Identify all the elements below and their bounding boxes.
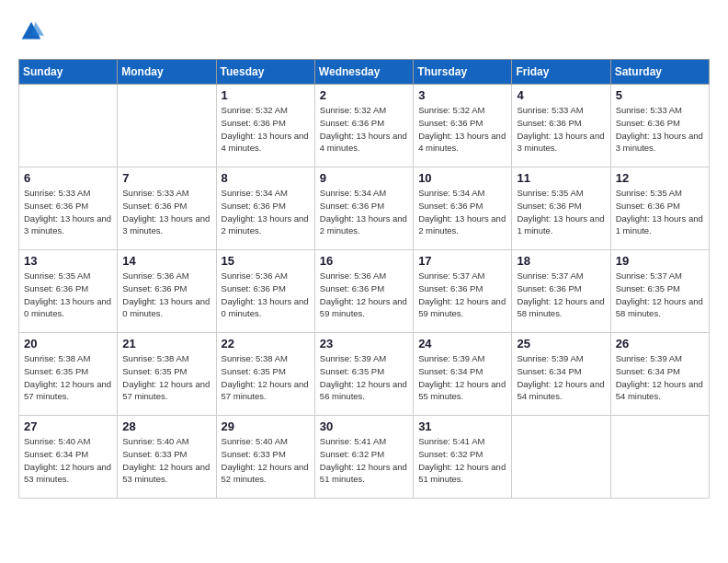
day-info: Sunrise: 5:33 AM Sunset: 6:36 PM Dayligh… [616, 104, 704, 155]
calendar-cell: 21Sunrise: 5:38 AM Sunset: 6:35 PM Dayli… [118, 333, 216, 416]
day-number: 7 [122, 171, 210, 185]
day-number: 3 [418, 88, 506, 102]
col-header-sunday: Sunday [19, 60, 118, 85]
day-number: 5 [616, 88, 704, 102]
col-header-wednesday: Wednesday [314, 60, 413, 85]
week-row-5: 27Sunrise: 5:40 AM Sunset: 6:34 PM Dayli… [19, 416, 710, 499]
day-number: 28 [122, 419, 210, 433]
day-number: 20 [24, 337, 112, 350]
calendar-cell: 20Sunrise: 5:38 AM Sunset: 6:35 PM Dayli… [19, 333, 118, 416]
day-info: Sunrise: 5:35 AM Sunset: 6:36 PM Dayligh… [24, 270, 112, 320]
calendar-cell: 17Sunrise: 5:37 AM Sunset: 6:36 PM Dayli… [414, 250, 512, 333]
week-row-2: 6Sunrise: 5:33 AM Sunset: 6:36 PM Daylig… [19, 167, 710, 250]
day-info: Sunrise: 5:40 AM Sunset: 6:33 PM Dayligh… [222, 435, 310, 486]
day-number: 9 [320, 171, 408, 185]
day-number: 22 [222, 337, 310, 350]
day-number: 6 [24, 171, 112, 185]
logo [18, 18, 50, 44]
calendar-cell: 28Sunrise: 5:40 AM Sunset: 6:33 PM Dayli… [118, 416, 216, 499]
calendar-cell: 16Sunrise: 5:36 AM Sunset: 6:36 PM Dayli… [314, 250, 413, 333]
day-number: 2 [320, 88, 408, 102]
day-number: 15 [222, 254, 310, 268]
day-number: 17 [418, 254, 506, 268]
day-info: Sunrise: 5:36 AM Sunset: 6:36 PM Dayligh… [222, 270, 310, 320]
day-info: Sunrise: 5:37 AM Sunset: 6:36 PM Dayligh… [418, 270, 506, 320]
calendar-cell: 26Sunrise: 5:39 AM Sunset: 6:34 PM Dayli… [610, 333, 709, 416]
calendar-cell: 6Sunrise: 5:33 AM Sunset: 6:36 PM Daylig… [19, 167, 118, 250]
day-number: 8 [222, 171, 310, 185]
day-number: 27 [24, 419, 112, 433]
day-number: 10 [418, 171, 506, 185]
day-number: 24 [418, 337, 506, 350]
day-number: 29 [222, 419, 310, 433]
calendar-cell: 18Sunrise: 5:37 AM Sunset: 6:36 PM Dayli… [512, 250, 610, 333]
col-header-saturday: Saturday [610, 60, 709, 85]
day-info: Sunrise: 5:36 AM Sunset: 6:36 PM Dayligh… [122, 270, 210, 320]
calendar-cell [512, 416, 610, 499]
day-number: 25 [517, 337, 605, 350]
calendar-cell [118, 85, 216, 167]
col-header-friday: Friday [512, 60, 610, 85]
calendar-cell: 12Sunrise: 5:35 AM Sunset: 6:36 PM Dayli… [610, 167, 709, 250]
day-number: 13 [24, 254, 112, 268]
col-header-monday: Monday [118, 60, 216, 85]
day-number: 21 [122, 337, 210, 350]
day-number: 1 [222, 88, 310, 102]
day-info: Sunrise: 5:36 AM Sunset: 6:36 PM Dayligh… [320, 270, 408, 320]
day-info: Sunrise: 5:34 AM Sunset: 6:36 PM Dayligh… [222, 187, 310, 237]
day-number: 19 [616, 254, 704, 268]
day-number: 4 [517, 88, 605, 102]
day-info: Sunrise: 5:39 AM Sunset: 6:34 PM Dayligh… [517, 352, 605, 403]
day-info: Sunrise: 5:33 AM Sunset: 6:36 PM Dayligh… [122, 187, 210, 237]
calendar-cell: 2Sunrise: 5:32 AM Sunset: 6:36 PM Daylig… [314, 85, 413, 167]
day-info: Sunrise: 5:38 AM Sunset: 6:35 PM Dayligh… [222, 352, 310, 403]
day-info: Sunrise: 5:41 AM Sunset: 6:32 PM Dayligh… [320, 435, 408, 486]
day-info: Sunrise: 5:37 AM Sunset: 6:35 PM Dayligh… [616, 270, 704, 320]
calendar-cell: 22Sunrise: 5:38 AM Sunset: 6:35 PM Dayli… [216, 333, 314, 416]
calendar-cell: 15Sunrise: 5:36 AM Sunset: 6:36 PM Dayli… [216, 250, 314, 333]
day-number: 18 [517, 254, 605, 268]
day-info: Sunrise: 5:32 AM Sunset: 6:36 PM Dayligh… [222, 104, 310, 155]
calendar-cell: 4Sunrise: 5:33 AM Sunset: 6:36 PM Daylig… [512, 85, 610, 167]
calendar-cell: 31Sunrise: 5:41 AM Sunset: 6:32 PM Dayli… [414, 416, 512, 499]
day-number: 11 [517, 171, 605, 185]
calendar-cell: 25Sunrise: 5:39 AM Sunset: 6:34 PM Dayli… [512, 333, 610, 416]
day-info: Sunrise: 5:40 AM Sunset: 6:33 PM Dayligh… [122, 435, 210, 486]
logo-icon [18, 18, 44, 44]
calendar-cell: 13Sunrise: 5:35 AM Sunset: 6:36 PM Dayli… [19, 250, 118, 333]
week-row-4: 20Sunrise: 5:38 AM Sunset: 6:35 PM Dayli… [19, 333, 710, 416]
week-row-3: 13Sunrise: 5:35 AM Sunset: 6:36 PM Dayli… [19, 250, 710, 333]
day-info: Sunrise: 5:33 AM Sunset: 6:36 PM Dayligh… [517, 104, 605, 155]
calendar-cell [19, 85, 118, 167]
day-info: Sunrise: 5:32 AM Sunset: 6:36 PM Dayligh… [418, 104, 506, 155]
day-number: 23 [320, 337, 408, 350]
day-info: Sunrise: 5:39 AM Sunset: 6:34 PM Dayligh… [616, 352, 704, 403]
day-info: Sunrise: 5:40 AM Sunset: 6:34 PM Dayligh… [24, 435, 112, 486]
calendar-cell: 11Sunrise: 5:35 AM Sunset: 6:36 PM Dayli… [512, 167, 610, 250]
calendar-cell: 14Sunrise: 5:36 AM Sunset: 6:36 PM Dayli… [118, 250, 216, 333]
day-info: Sunrise: 5:35 AM Sunset: 6:36 PM Dayligh… [517, 187, 605, 237]
day-number: 26 [616, 337, 704, 350]
day-number: 31 [418, 419, 506, 433]
day-number: 12 [616, 171, 704, 185]
calendar-cell: 1Sunrise: 5:32 AM Sunset: 6:36 PM Daylig… [216, 85, 314, 167]
week-row-1: 1Sunrise: 5:32 AM Sunset: 6:36 PM Daylig… [19, 85, 710, 167]
day-info: Sunrise: 5:35 AM Sunset: 6:36 PM Dayligh… [616, 187, 704, 237]
calendar-cell: 29Sunrise: 5:40 AM Sunset: 6:33 PM Dayli… [216, 416, 314, 499]
calendar-cell: 23Sunrise: 5:39 AM Sunset: 6:35 PM Dayli… [314, 333, 413, 416]
calendar-cell: 24Sunrise: 5:39 AM Sunset: 6:34 PM Dayli… [414, 333, 512, 416]
day-info: Sunrise: 5:38 AM Sunset: 6:35 PM Dayligh… [122, 352, 210, 403]
calendar-cell: 19Sunrise: 5:37 AM Sunset: 6:35 PM Dayli… [610, 250, 709, 333]
col-header-tuesday: Tuesday [216, 60, 314, 85]
calendar-cell: 7Sunrise: 5:33 AM Sunset: 6:36 PM Daylig… [118, 167, 216, 250]
day-info: Sunrise: 5:34 AM Sunset: 6:36 PM Dayligh… [320, 187, 408, 237]
day-info: Sunrise: 5:34 AM Sunset: 6:36 PM Dayligh… [418, 187, 506, 237]
day-info: Sunrise: 5:37 AM Sunset: 6:36 PM Dayligh… [517, 270, 605, 320]
day-number: 16 [320, 254, 408, 268]
page-header [18, 18, 710, 44]
calendar-cell: 27Sunrise: 5:40 AM Sunset: 6:34 PM Dayli… [19, 416, 118, 499]
day-info: Sunrise: 5:33 AM Sunset: 6:36 PM Dayligh… [24, 187, 112, 237]
calendar-cell: 30Sunrise: 5:41 AM Sunset: 6:32 PM Dayli… [314, 416, 413, 499]
calendar-cell: 3Sunrise: 5:32 AM Sunset: 6:36 PM Daylig… [414, 85, 512, 167]
day-info: Sunrise: 5:39 AM Sunset: 6:34 PM Dayligh… [418, 352, 506, 403]
